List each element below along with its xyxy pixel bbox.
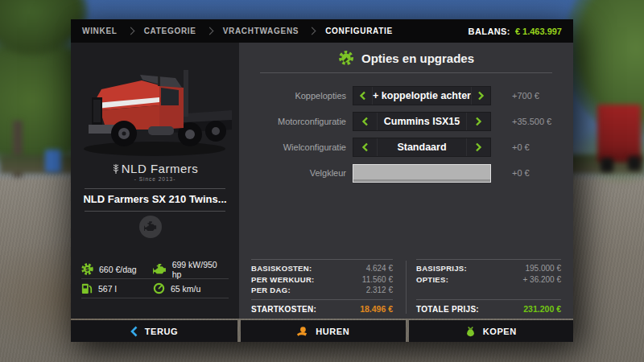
vehicle-preview-image [74, 56, 235, 160]
breadcrumb-vrachtwagens[interactable]: VRACHTWAGENS [223, 27, 299, 35]
divider [416, 259, 561, 260]
config-rows: Koppelopties + koppeloptie achter +700 €… [239, 86, 573, 189]
stat-value: 660 €/dag [99, 265, 137, 274]
option-price: +0 € [512, 168, 530, 178]
engine-icon [144, 221, 157, 232]
purchase-price-column: BASISPRIJS:195.000 € OPTIES:+ 36.200 € T… [416, 259, 561, 317]
vehicle-panel: NLD Farmers - Since 2013- NLD Farmers SX… [71, 43, 239, 319]
next-option-button[interactable] [471, 87, 490, 105]
total-price-row: TOTALE PRIJS: 231.200 € [416, 304, 561, 314]
breadcrumb-winkel[interactable]: WINKEL [82, 27, 118, 35]
background-bush-right [573, 121, 644, 185]
max-speed-icon [153, 282, 165, 294]
wheat-icon [112, 163, 120, 175]
operating-costs-column: BASISKOSTEN:4.624 € PER WERKUUR:11.560 €… [251, 259, 393, 317]
engine-config-button[interactable] [139, 216, 162, 238]
chevron-right-icon [477, 91, 485, 101]
option-selector: Cummins ISX15 [353, 112, 491, 131]
prev-option-button[interactable] [353, 113, 378, 130]
cost-row: OPTIES:+ 36.200 € [416, 274, 561, 286]
config-row-label: Wielconfiguratie [239, 142, 346, 152]
config-row-label: Koppelopties [239, 91, 346, 101]
svg-text:$: $ [85, 265, 89, 273]
fuel-capacity-icon [81, 282, 93, 294]
cost-value: 4.624 € [366, 264, 393, 273]
start-cost-value: 18.496 € [360, 304, 393, 314]
option-price: +700 € [512, 91, 539, 101]
stat-fuel: 567 l [81, 282, 153, 294]
chevron-right-icon [205, 27, 213, 35]
balance-value: € 1.463.997 [515, 27, 562, 36]
chevron-right-icon [475, 142, 482, 152]
stat-speed: 65 km/u [153, 282, 200, 294]
background-trailer-wheel [601, 158, 613, 172]
chevron-left-icon [359, 91, 366, 101]
cost-label: BASISPRIJS: [416, 264, 467, 273]
option-value: + koppeloptie achter [373, 87, 471, 105]
prev-option-button[interactable] [353, 138, 378, 156]
cost-row: BASISPRIJS:195.000 € [416, 263, 561, 274]
chevron-right-icon [308, 27, 316, 35]
start-cost-row: STARTKOSTEN: 18.496 € [251, 304, 393, 314]
back-button-label: TERUG [145, 327, 179, 336]
background-trailer-wheel-2 [628, 156, 641, 171]
background-tree-right [564, 0, 644, 137]
vehicle-name: NLD Farmers SX 210 Twins... [71, 193, 239, 205]
background-trailer [597, 105, 641, 162]
cost-label: BASISKOSTEN: [251, 264, 312, 273]
divider [416, 299, 561, 300]
next-option-button[interactable] [466, 138, 490, 156]
chevron-left-icon [361, 142, 369, 152]
shop-config-dialog: WINKEL CATEGORIE VRACHTWAGENS CONFIGURAT… [71, 19, 573, 342]
breadcrumb-configuratie: CONFIGURATIE [325, 27, 393, 35]
option-value: Cummins ISX15 [378, 113, 466, 130]
chevron-right-icon [475, 117, 482, 126]
cost-row: BASISKOSTEN:4.624 € [251, 263, 393, 274]
config-row-velgkleur: Velgkleur +0 € [239, 163, 573, 183]
stats-row-2: 567 l 65 km/u [81, 279, 229, 298]
game-screen: WINKEL CATEGORIE VRACHTWAGENS CONFIGURAT… [0, 0, 644, 362]
config-row-koppelopties: Koppelopties + koppeloptie achter +700 € [239, 86, 573, 105]
option-price: +0 € [512, 142, 530, 152]
stat-value: 567 l [98, 284, 117, 294]
divider [85, 188, 225, 189]
divider [260, 72, 552, 73]
brand-logo-text: NLD Farmers [122, 162, 199, 175]
option-selector: Standaard [353, 138, 491, 157]
brand-logo: NLD Farmers [71, 162, 239, 175]
cost-label: PER WERKUUR: [251, 275, 315, 284]
next-option-button[interactable] [466, 113, 490, 130]
config-row-label: Motorconfiguratie [239, 117, 346, 126]
stat-value: 65 km/u [171, 284, 200, 294]
stat-maintenance: $ 660 €/dag [81, 263, 153, 275]
config-header: Opties en upgrades [239, 50, 573, 66]
cost-value: 2.312 € [366, 286, 393, 294]
config-row-motorconfiguratie: Motorconfiguratie Cummins ISX15 +35.500 … [239, 112, 573, 131]
rim-color-swatch[interactable] [353, 164, 491, 183]
options-gear-wrench-icon [338, 50, 354, 66]
config-panel: Opties en upgrades Koppelopties + koppel… [239, 43, 573, 319]
rent-button[interactable]: HUREN [241, 320, 406, 342]
option-price: +35.500 € [512, 117, 551, 126]
action-button-bar: TERUG HUREN KOPEN [71, 320, 573, 342]
option-selector: + koppeloptie achter [353, 86, 491, 105]
prev-option-button[interactable] [353, 87, 373, 105]
config-title: Opties en upgrades [361, 51, 474, 65]
config-row-wielconfiguratie: Wielconfiguratie Standaard +0 € [239, 138, 573, 157]
maintenance-cost-icon: $ [81, 263, 93, 275]
buy-button[interactable]: KOPEN [409, 320, 574, 342]
back-button[interactable]: TERUG [71, 320, 237, 342]
background-tree-trunk [13, 121, 23, 177]
breadcrumb-categorie[interactable]: CATEGORIE [144, 27, 196, 35]
buy-button-label: KOPEN [483, 327, 517, 336]
shop-top-bar: WINKEL CATEGORIE VRACHTWAGENS CONFIGURAT… [71, 19, 573, 43]
stat-power: 699 kW/950 hp [153, 260, 229, 279]
cost-label: PER DAG: [251, 286, 291, 294]
breadcrumb: WINKEL CATEGORIE VRACHTWAGENS CONFIGURAT… [82, 27, 393, 35]
rent-button-label: HUREN [316, 327, 349, 336]
cost-row: PER WERKUUR:11.560 € [251, 274, 393, 286]
cost-row: PER DAG:2.312 € [251, 285, 393, 296]
vehicle-stats: $ 660 €/dag 699 kW/950 hp [81, 260, 229, 298]
divider [251, 299, 393, 300]
background-blue-object [45, 150, 61, 172]
